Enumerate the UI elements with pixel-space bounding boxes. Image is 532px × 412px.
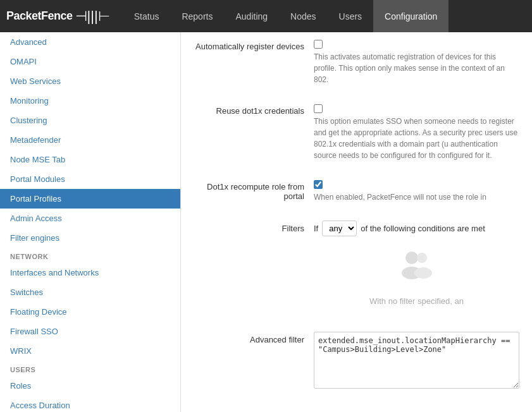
reuse-dot1x-desc: This option emulates SSO when someone ne… [314, 116, 519, 161]
auto-register-checkbox[interactable] [314, 40, 323, 49]
users-placeholder-icon [398, 248, 436, 293]
advanced-filter-control [314, 332, 519, 392]
logo: PacketFence ⊣|||⊢ [6, 8, 110, 25]
filters-label: Filters [187, 221, 314, 314]
reuse-dot1x-checkbox[interactable] [314, 104, 323, 113]
sidebar-item-interfaces-networks[interactable]: Interfaces and Networks [0, 263, 180, 282]
sidebar-item-web-services[interactable]: Web Services [0, 71, 180, 91]
sidebar-item-access-duration[interactable]: Access Duration [0, 396, 180, 412]
auto-register-checkbox-wrapper [314, 39, 519, 49]
logo-text: PacketFence [6, 9, 73, 23]
sidebar-item-switches[interactable]: Switches [0, 282, 180, 302]
advanced-filter-label: Advanced filter [187, 332, 314, 392]
dot1x-recompute-checkbox[interactable] [314, 180, 323, 189]
sidebar-item-floating-device[interactable]: Floating Device [0, 302, 180, 322]
nav-reports[interactable]: Reports [170, 0, 224, 32]
reuse-dot1x-checkbox-wrapper [314, 103, 519, 113]
dot1x-recompute-control: When enabled, PacketFence will not use t… [314, 179, 519, 203]
dot1x-recompute-desc: When enabled, PacketFence will not use t… [314, 191, 519, 203]
filters-any-select[interactable]: any all [322, 221, 357, 236]
sidebar-item-admin-access[interactable]: Admin Access [0, 209, 180, 228]
sidebar: Advanced OMAPI Web Services Monitoring C… [0, 32, 181, 412]
no-filter-area: With no filter specified, an [314, 241, 519, 314]
auto-register-desc: This activates automatic registration of… [314, 51, 519, 85]
sidebar-item-wrix[interactable]: WRIX [0, 341, 180, 361]
top-nav: PacketFence ⊣|||⊢ Status Reports Auditin… [0, 0, 532, 32]
no-filter-text: With no filter specified, an [369, 295, 464, 308]
sidebar-item-filter-engines[interactable]: Filter engines [0, 228, 180, 248]
reuse-dot1x-label: Reuse dot1x credentials [187, 103, 314, 161]
auto-register-row: Automatically register devices This acti… [187, 39, 519, 92]
nav-items: Status Reports Auditing Nodes Users Conf… [123, 0, 449, 32]
dot1x-recompute-row: Dot1x recompute role from portal When en… [187, 179, 519, 209]
logo-icon: ⊣|||⊢ [75, 8, 110, 25]
form-section: Automatically register devices This acti… [181, 32, 532, 412]
filters-condition-row: If any all of the following conditions a… [314, 221, 519, 236]
section-users-header: USERS [0, 361, 180, 376]
svg-point-0 [405, 251, 418, 264]
sidebar-item-roles[interactable]: Roles [0, 376, 180, 396]
sidebar-item-omapi[interactable]: OMAPI [0, 52, 180, 71]
sidebar-item-portal-profiles[interactable]: Portal Profiles [0, 189, 180, 209]
nav-configuration[interactable]: Configuration [373, 0, 448, 32]
advanced-filter-textarea[interactable] [314, 332, 519, 389]
filters-control: If any all of the following conditions a… [314, 221, 519, 314]
sidebar-item-node-mse-tab[interactable]: Node MSE Tab [0, 150, 180, 169]
reuse-dot1x-control: This option emulates SSO when someone ne… [314, 103, 519, 161]
nav-status[interactable]: Status [123, 0, 171, 32]
nav-nodes[interactable]: Nodes [279, 0, 327, 32]
nav-auditing[interactable]: Auditing [224, 0, 279, 32]
nav-users[interactable]: Users [328, 0, 374, 32]
section-network-header: NETWORK [0, 248, 180, 263]
svg-point-3 [414, 267, 432, 279]
sidebar-item-monitoring[interactable]: Monitoring [0, 91, 180, 111]
auto-register-control: This activates automatic registration of… [314, 39, 519, 85]
advanced-filter-row: Advanced filter [187, 332, 519, 398]
reuse-dot1x-row: Reuse dot1x credentials This option emul… [187, 103, 519, 167]
dot1x-recompute-checkbox-wrapper [314, 179, 519, 189]
auto-register-label: Automatically register devices [187, 39, 314, 85]
sidebar-item-advanced[interactable]: Advanced [0, 32, 180, 52]
svg-point-1 [417, 253, 427, 263]
main-content: Automatically register devices This acti… [181, 32, 532, 412]
sidebar-item-firewall-sso[interactable]: Firewall SSO [0, 322, 180, 341]
sidebar-item-portal-modules[interactable]: Portal Modules [0, 169, 180, 189]
filters-if-label: If [314, 222, 318, 235]
filters-conditions-text: of the following conditions are met [361, 222, 485, 235]
dot1x-recompute-label: Dot1x recompute role from portal [187, 179, 314, 203]
sidebar-item-metadefender[interactable]: Metadefender [0, 130, 180, 150]
sidebar-item-clustering[interactable]: Clustering [0, 111, 180, 130]
main-layout: Advanced OMAPI Web Services Monitoring C… [0, 32, 532, 412]
filters-row: Filters If any all of the following cond… [187, 221, 519, 320]
